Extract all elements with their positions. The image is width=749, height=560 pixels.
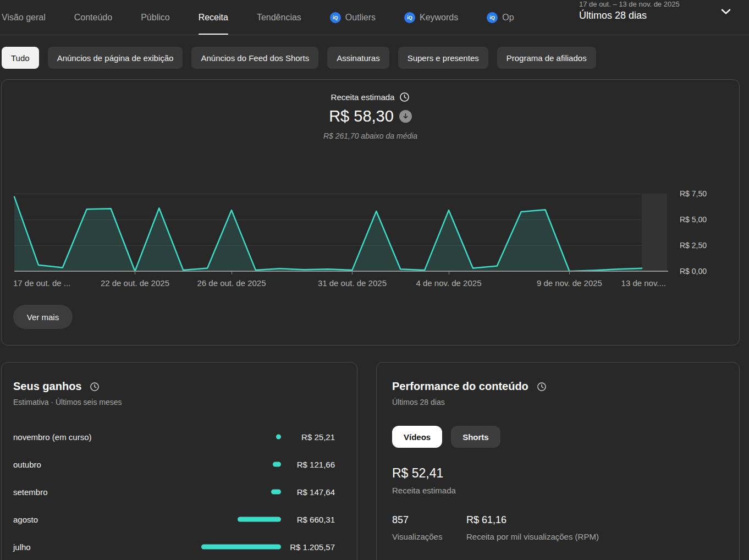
performance-card-subtitle: Últimos 28 dias — [392, 398, 445, 407]
tab-receita[interactable]: Receita — [199, 0, 228, 35]
earnings-bar — [276, 435, 281, 440]
filter-chip-tudo[interactable]: Tudo — [2, 47, 39, 69]
x-axis-label: 9 de nov. de 2025 — [537, 278, 602, 288]
month-label: julho — [13, 542, 31, 552]
tab-tende-ncias[interactable]: Tendências — [257, 0, 301, 35]
stat-label: Visualizações — [392, 532, 466, 541]
earnings-row-outubro[interactable]: outubroR$ 121,66 — [2, 451, 357, 478]
x-axis-label: 26 de out. de 2025 — [197, 278, 266, 288]
nav-divider — [0, 35, 749, 35]
earnings-row-setembro[interactable]: setembroR$ 147,64 — [2, 478, 357, 506]
earnings-row-julho[interactable]: julhoR$ 1.205,57 — [2, 533, 357, 560]
tab-visa-o-geral[interactable]: Visão geral — [2, 0, 46, 35]
earnings-bar — [271, 490, 281, 495]
earnings-value: R$ 147,64 — [297, 487, 335, 497]
stat-receita-por-mil-visualizac-o-es-rpm: R$ 61,16Receita por mil visualizações (R… — [466, 514, 599, 541]
content-type-toggle: VídeosShorts — [392, 426, 500, 448]
y-axis-label: R$ 7,50 — [680, 189, 707, 198]
revenue-line-chart[interactable]: 17 de out. de ...22 de out. de 202526 de… — [14, 190, 666, 271]
metric-value: R$ 58,30 — [329, 107, 394, 125]
earnings-card-title: Seus ganhos — [13, 380, 81, 393]
see-more-button[interactable]: Ver mais — [13, 305, 73, 329]
analytics-tab-bar: Visão geralConteúdoPúblicoReceitaTendênc… — [0, 0, 749, 35]
metric-label: Receita estimada — [331, 92, 395, 102]
your-earnings-card: Seus ganhos Estimativa · Últimos seis me… — [1, 362, 357, 560]
axis-tick — [449, 272, 449, 274]
filter-chip-programa-de-afiliados[interactable]: Programa de afiliados — [497, 47, 596, 69]
axis-tick — [352, 272, 353, 274]
trend-down-icon — [399, 110, 412, 123]
axis-tick — [232, 272, 232, 274]
month-label: outubro — [13, 460, 41, 469]
earnings-value: R$ 25,21 — [301, 432, 335, 442]
stat-value: R$ 61,16 — [466, 514, 599, 526]
y-axis-label: R$ 0,00 — [680, 267, 707, 276]
tab-keywords[interactable]: iQKeywords — [404, 0, 458, 35]
filter-chip-anu-ncios-do-feed-dos-shorts[interactable]: Anúncios do Feed dos Shorts — [191, 47, 318, 69]
earnings-value: R$ 121,66 — [297, 460, 335, 469]
month-label: agosto — [13, 515, 38, 524]
tab-pu-blico[interactable]: Público — [141, 0, 169, 35]
revenue-filter-chips: TudoAnúncios de página de exibiçãoAnúnci… — [2, 47, 596, 69]
tab-label: Outliers — [345, 13, 376, 23]
earnings-row-novembro-em-curso[interactable]: novembro (em curso)R$ 25,21 — [2, 423, 357, 451]
metric-header: Receita estimada R$ 58,30 R$ 261,70 abai… — [2, 80, 739, 140]
tab-label: Op — [502, 13, 514, 23]
x-axis-label: 22 de out. de 2025 — [101, 278, 169, 288]
date-range-text: 17 de out. – 13 de nov. de 2025 — [579, 0, 680, 8]
month-label: novembro (em curso) — [13, 432, 92, 442]
tab-label: Público — [141, 13, 169, 23]
earnings-value: R$ 660,31 — [297, 515, 335, 524]
analytics-tabs: Visão geralConteúdoPúblicoReceitaTendênc… — [2, 0, 546, 35]
earnings-card-subtitle: Estimativa · Últimos seis meses — [13, 398, 122, 407]
axis-tick — [569, 272, 570, 274]
content-performance-card: Performance do conteúdo Últimos 28 dias … — [376, 362, 740, 560]
filter-chip-assinaturas[interactable]: Assinaturas — [327, 47, 389, 69]
tab-op[interactable]: iQOp — [487, 0, 514, 35]
metric-delta-note: R$ 261,70 abaixo da média — [2, 131, 739, 140]
earnings-row-agosto[interactable]: agostoR$ 660,31 — [2, 506, 357, 533]
tab-label: Keywords — [420, 13, 458, 23]
earnings-bar — [238, 517, 281, 522]
iq-badge-icon: iQ — [330, 12, 341, 23]
earnings-bar — [201, 545, 281, 550]
revenue-chart-card: Receita estimada R$ 58,30 R$ 261,70 abai… — [1, 79, 740, 345]
tab-outliers[interactable]: iQOutliers — [330, 0, 376, 35]
earnings-value: R$ 1.205,57 — [290, 542, 335, 552]
x-axis-label: 13 de nov.... — [621, 278, 666, 288]
tab-conteu-do[interactable]: Conteúdo — [74, 0, 112, 35]
stat-value: 857 — [392, 514, 466, 526]
y-axis-label: R$ 2,50 — [680, 241, 707, 250]
filter-chip-anu-ncios-de-pa-gina-de-exibic-a-o[interactable]: Anúncios de página de exibição — [48, 47, 183, 69]
tab-label: Visão geral — [2, 13, 46, 23]
date-range-picker[interactable]: 17 de out. – 13 de nov. de 2025 Últimos … — [559, 0, 749, 35]
clock-icon — [537, 382, 547, 392]
tab-label: Conteúdo — [74, 13, 112, 23]
x-axis-label: 17 de out. de ... — [13, 278, 70, 288]
stat-label: Receita por mil visualizações (RPM) — [466, 532, 599, 541]
performance-stats: 857VisualizaçõesR$ 61,16Receita por mil … — [392, 514, 599, 541]
earnings-month-list: novembro (em curso)R$ 25,21outubroR$ 121… — [2, 423, 357, 560]
stat-visualizac-o-es: 857Visualizações — [392, 514, 466, 541]
iq-badge-icon: iQ — [487, 12, 498, 23]
tab-label: Tendências — [257, 13, 301, 23]
clock-icon — [90, 382, 100, 392]
estimated-revenue-value: R$ 52,41 — [392, 466, 443, 481]
clock-icon — [399, 92, 410, 102]
estimated-revenue-label: Receita estimada — [392, 486, 456, 495]
performance-card-title: Performance do conteúdo — [392, 380, 528, 393]
chevron-down-icon[interactable] — [719, 4, 733, 19]
y-axis-label: R$ 5,00 — [680, 215, 707, 224]
revenue-series — [14, 190, 666, 271]
iq-badge-icon: iQ — [404, 12, 415, 23]
filter-chip-supers-e-presentes[interactable]: Supers e presentes — [398, 47, 488, 69]
month-label: setembro — [13, 487, 48, 497]
date-range-preset: Últimos 28 dias — [579, 10, 647, 21]
toggle-shorts[interactable]: Shorts — [451, 426, 500, 448]
toggle-vi-deos[interactable]: Vídeos — [392, 426, 442, 448]
x-axis-label: 31 de out. de 2025 — [318, 278, 387, 288]
axis-tick — [135, 272, 135, 274]
tab-label: Receita — [199, 13, 228, 23]
chart-x-axis — [14, 271, 668, 272]
x-axis-label: 4 de nov. de 2025 — [416, 278, 482, 288]
